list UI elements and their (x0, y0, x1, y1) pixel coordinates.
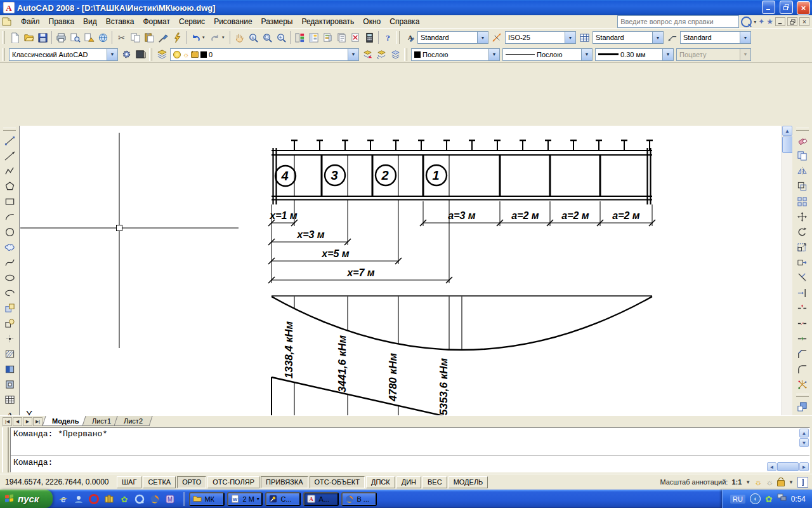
combo-arrow-icon[interactable]: ▼ (740, 32, 750, 43)
make-block-icon[interactable] (1, 316, 18, 331)
cut-icon[interactable]: ✂ (114, 30, 128, 44)
combo-arrow-icon[interactable]: ▼ (565, 32, 575, 43)
icq-tray-icon[interactable]: ✿ (765, 494, 773, 504)
new-file-icon[interactable] (8, 30, 22, 44)
window-restore-button[interactable] (780, 1, 793, 14)
plot-preview-icon[interactable] (68, 30, 82, 44)
toolbar-grip[interactable] (796, 394, 809, 397)
3d-dwf-icon[interactable] (96, 30, 110, 44)
command-scroll-down[interactable]: ▼ (799, 438, 809, 447)
internet-explorer-icon[interactable]: e (58, 493, 69, 505)
point-icon[interactable] (1, 331, 18, 346)
toolbar-grip[interactable] (2, 48, 5, 61)
messenger-icon[interactable] (73, 493, 84, 505)
doc-restore-button[interactable] (787, 17, 797, 26)
zoom-realtime-icon[interactable]: ± (246, 30, 260, 44)
match-properties-icon[interactable] (156, 30, 170, 44)
toolbar-grip[interactable] (396, 31, 400, 44)
toggle-привязка[interactable]: ПРИВЯЗКА (261, 476, 308, 488)
bring-to-front-icon[interactable] (794, 399, 811, 414)
region-icon[interactable] (1, 377, 18, 392)
annotation-autoscale-icon[interactable]: ☼ (766, 478, 773, 487)
archive-icon[interactable] (103, 493, 115, 505)
icq-icon[interactable]: ✿ (119, 493, 130, 505)
circle-icon[interactable] (1, 224, 18, 239)
combo-arrow-icon[interactable]: ▼ (662, 49, 673, 60)
taskbar-button-[interactable]: МК (189, 492, 225, 506)
stretch-icon[interactable] (794, 255, 811, 270)
layer-properties-icon[interactable] (155, 48, 169, 62)
break-icon[interactable] (794, 316, 811, 331)
workspace-dropdown[interactable]: Классический AutoCAD▼ (9, 48, 118, 61)
make-layer-current-icon[interactable] (360, 48, 374, 62)
polyline-icon[interactable] (1, 163, 18, 178)
first-tab-button[interactable]: |◀ (3, 417, 12, 426)
break-at-point-icon[interactable] (794, 300, 811, 316)
menu-справка[interactable]: Справка (385, 16, 424, 27)
save-workspace-icon[interactable] (133, 48, 147, 62)
prev-tab-button[interactable]: ◀ (13, 417, 22, 426)
annotation-scale-value[interactable]: 1:1 (731, 478, 742, 486)
table-style-dropdown[interactable]: Standard▼ (593, 31, 664, 44)
taskbar-button-b[interactable]: B ... (341, 492, 377, 506)
toolbar-lock-icon[interactable] (777, 480, 785, 486)
trim-icon[interactable] (794, 270, 811, 285)
sheet-set-manager-icon[interactable] (334, 30, 348, 44)
redo-dropdown-arrow[interactable]: ▾ (222, 35, 228, 40)
text-style-icon[interactable]: A (402, 30, 416, 44)
undo-dropdown-arrow[interactable]: ▾ (202, 35, 208, 40)
layer-thaw-sun-icon[interactable]: ☼ (183, 51, 189, 58)
toolbar-grip[interactable] (2, 31, 5, 44)
beam-drawing[interactable] (272, 140, 653, 204)
gradient-icon[interactable] (1, 361, 18, 377)
zoom-window-icon[interactable] (260, 30, 274, 44)
layer-previous-icon[interactable] (374, 48, 388, 62)
clean-screen-button[interactable] (797, 477, 808, 488)
moment-diagram[interactable] (272, 296, 652, 350)
command-window-grip[interactable] (2, 427, 9, 472)
favorites-star-icon[interactable]: ★ (766, 17, 773, 26)
arc-icon[interactable] (1, 209, 18, 224)
open-file-icon[interactable] (22, 30, 36, 44)
menu-окно[interactable]: Окно (358, 16, 385, 27)
ellipse-arc-icon[interactable] (1, 285, 18, 300)
multileader-style-dropdown[interactable]: Standard▼ (680, 31, 751, 44)
polygon-icon[interactable] (1, 178, 18, 194)
combo-arrow-icon[interactable]: ▼ (107, 49, 117, 60)
undo-icon[interactable] (188, 30, 202, 44)
copy-icon[interactable] (794, 148, 811, 163)
start-button[interactable]: пуск (0, 490, 53, 508)
command-prompt[interactable]: Команда: (11, 456, 809, 469)
pan-icon[interactable] (232, 30, 246, 44)
layer-unlock-icon[interactable] (191, 51, 199, 58)
rotate-icon[interactable] (794, 224, 811, 239)
combo-arrow-icon[interactable]: ▼ (477, 32, 488, 43)
command-scroll-left[interactable]: ◀ (767, 462, 776, 471)
menu-правка[interactable]: Правка (44, 16, 79, 27)
tab-лист2[interactable]: Лист2 (114, 416, 152, 426)
extend-icon[interactable] (794, 285, 811, 300)
taskbar-button-[interactable]: AА... (303, 492, 339, 506)
copy-clip-icon[interactable] (128, 30, 142, 44)
table-icon[interactable] (1, 392, 18, 407)
linetype-dropdown[interactable]: Послою▼ (502, 48, 593, 61)
menu-формат[interactable]: Формат (138, 16, 174, 27)
combo-arrow-icon[interactable]: ▼ (581, 49, 592, 60)
menu-вставка[interactable]: Вставка (102, 16, 139, 27)
spline-icon[interactable] (1, 255, 18, 270)
section-markers[interactable] (275, 165, 447, 186)
firefox-icon[interactable] (149, 493, 160, 505)
menu-редактировать[interactable]: Редактировать (297, 16, 358, 27)
scale-icon[interactable] (794, 239, 811, 255)
window-close-button[interactable]: × (797, 1, 810, 15)
erase-icon[interactable] (794, 133, 811, 148)
dim-style-dropdown[interactable]: ISO-25▼ (505, 31, 576, 44)
table-style-icon[interactable] (577, 30, 591, 44)
menu-размеры[interactable]: Размеры (257, 16, 298, 27)
block-editor-icon[interactable] (170, 30, 184, 44)
command-text-area[interactable]: Команда: *Прервано* Команда: ▲ ▼ ◀ ▶ (10, 427, 810, 472)
color-dropdown[interactable]: Послою▼ (411, 48, 500, 61)
offset-icon[interactable] (794, 178, 811, 194)
toggle-отс-объект[interactable]: ОТС-ОБЪЕКТ (310, 476, 365, 488)
zoom-previous-icon[interactable] (274, 30, 288, 44)
